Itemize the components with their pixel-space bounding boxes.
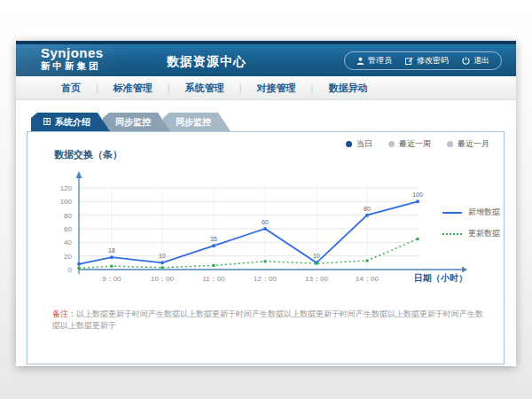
data-point-label: 18 [108, 247, 115, 254]
x-tick-label: 12：00 [254, 275, 277, 283]
grid-icon [43, 113, 51, 131]
x-axis-arrow-icon [462, 267, 467, 273]
data-point [365, 214, 369, 217]
y-axis-title: 数据交换（条） [54, 148, 122, 161]
range-label: 最近一周 [399, 138, 431, 150]
change-password-button[interactable]: 修改密码 [405, 55, 449, 66]
user-toolbar: 管理员 修改密码 退出 [344, 51, 502, 70]
data-point [417, 238, 419, 240]
power-icon [462, 57, 470, 65]
data-point [213, 264, 215, 267]
data-point-label: 10 [313, 253, 320, 259]
data-point-label: 35 [210, 236, 217, 242]
green-dotted-sample-icon [442, 233, 462, 235]
legend-label: 新增数据 [468, 207, 500, 218]
footnote: 备注：以上数据更新于时间产生数据以上数据更新于时间产生数据以上数据更新于时间产生… [52, 309, 487, 331]
tab-system-intro[interactable]: 系统介绍 [31, 113, 110, 131]
x-axis-title: 日期（小时） [414, 273, 467, 283]
main-nav: 首页 | 标准管理 | 系统管理 | 对接管理 | 数据异动 [16, 76, 516, 100]
current-user-button[interactable]: 管理员 [356, 55, 392, 66]
range-option-last-week[interactable]: 最近一周 [388, 138, 431, 150]
data-point [212, 244, 215, 247]
desktop-background: Synjones 新中新集团 数据资源中心 管理员 修改密码 [0, 0, 532, 399]
brand-company: 新中新集团 [41, 61, 104, 71]
data-point [416, 200, 419, 203]
range-label: 最近一月 [458, 138, 489, 150]
nav-item-data-changes[interactable]: 数据异动 [313, 82, 382, 95]
tab-label: 同步监控 [115, 113, 151, 131]
data-point-label: 100 [412, 192, 423, 198]
user-icon [356, 57, 364, 65]
data-point [111, 265, 113, 268]
range-option-last-month[interactable]: 最近一月 [447, 138, 489, 150]
app-header: Synjones 新中新集团 数据资源中心 管理员 修改密码 [16, 44, 516, 76]
logout-button[interactable]: 退出 [462, 55, 489, 66]
y-tick-label: 20 [64, 253, 72, 261]
nav-item-integration[interactable]: 对接管理 [242, 82, 311, 95]
tab-label: 系统介绍 [55, 113, 90, 131]
tab-sync-monitor-1[interactable]: 同步监控 [103, 113, 170, 131]
y-tick-label: 80 [64, 212, 72, 220]
x-tick-label: 11：00 [202, 275, 225, 283]
y-tick-label: 120 [60, 184, 73, 192]
time-range-options: 当日 最近一周 最近一月 [346, 138, 489, 150]
y-tick-label: 100 [60, 198, 73, 206]
y-tick-label: 60 [64, 225, 72, 233]
radio-dot-icon [388, 141, 395, 147]
data-point [366, 260, 369, 262]
tab-bar: 系统介绍 同步监控 同步监控 [31, 113, 231, 131]
data-point [110, 255, 113, 259]
edit-icon [405, 57, 413, 65]
chart-panel: 当日 最近一周 最近一月 数据交换（条） 0204060801001209：00… [27, 131, 505, 364]
radio-dot-icon [447, 141, 453, 147]
nav-item-system[interactable]: 系统管理 [170, 82, 239, 95]
data-point-label: 60 [262, 219, 269, 225]
tab-sync-monitor-2[interactable]: 同步监控 [163, 113, 231, 131]
data-point-label: 10 [159, 253, 166, 259]
app-window: Synjones 新中新集团 数据资源中心 管理员 修改密码 [16, 41, 516, 366]
data-point [161, 266, 164, 269]
brand-logo: Synjones 新中新集团 [41, 46, 104, 71]
y-axis-arrow-icon [76, 171, 82, 178]
content-area: 系统介绍 同步监控 同步监控 当日 最近一周 [16, 100, 516, 366]
legend-item-updated-data: 更新数据 [442, 228, 500, 239]
nav-item-standards[interactable]: 标准管理 [98, 82, 168, 95]
x-tick-label: 13：00 [305, 275, 328, 283]
legend-item-new-data: 新增数据 [442, 207, 500, 218]
nav-item-home[interactable]: 首页 [46, 82, 96, 95]
tab-label: 同步监控 [176, 113, 211, 131]
app-title: 数据资源中心 [167, 54, 246, 70]
range-option-today[interactable]: 当日 [346, 138, 372, 150]
user-name-label: 管理员 [368, 55, 392, 66]
radio-dot-icon [346, 141, 352, 147]
data-point [77, 262, 81, 266]
data-point [264, 260, 267, 262]
y-tick-label: 0 [68, 266, 73, 274]
data-point [316, 262, 318, 265]
x-tick-label: 9：00 [102, 275, 121, 283]
data-point [263, 227, 267, 231]
brand-name: Synjones [41, 46, 104, 59]
data-point-label: 80 [364, 206, 371, 212]
chart-legend: 新增数据 更新数据 [442, 207, 500, 239]
x-tick-label: 10：00 [151, 275, 174, 283]
range-label: 当日 [356, 138, 372, 150]
data-point [78, 267, 81, 270]
footnote-text: 以上数据更新于时间产生数据以上数据更新于时间产生数据以上数据更新于时间产生数据以… [52, 309, 483, 330]
x-tick-label: 14：00 [356, 275, 379, 283]
data-point [160, 261, 164, 264]
footnote-label: 备注： [52, 309, 76, 318]
blue-line-sample-icon [442, 212, 462, 214]
change-password-label: 修改密码 [417, 55, 449, 66]
legend-label: 更新数据 [468, 228, 500, 239]
y-tick-label: 40 [64, 239, 72, 246]
logout-label: 退出 [473, 55, 489, 66]
